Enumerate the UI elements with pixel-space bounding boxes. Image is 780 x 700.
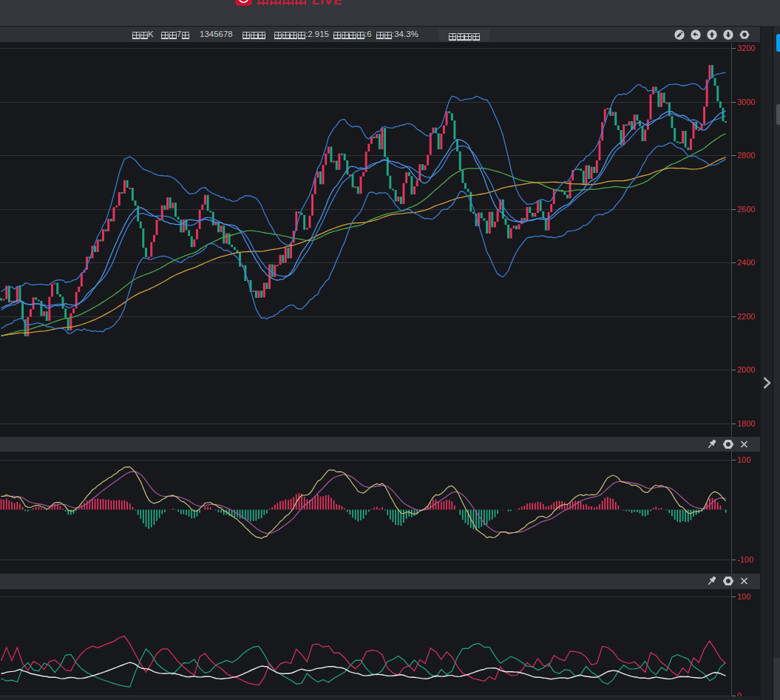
svg-text:3000: 3000 <box>737 98 755 106</box>
svg-text:3200: 3200 <box>737 44 755 52</box>
svg-text:2200: 2200 <box>737 312 755 321</box>
svg-text:100: 100 <box>737 455 750 464</box>
svg-text:2400: 2400 <box>737 258 755 267</box>
svg-text:2000: 2000 <box>737 365 755 374</box>
svg-text:-100: -100 <box>737 555 753 564</box>
svg-text:2600: 2600 <box>737 205 755 214</box>
svg-text:1800: 1800 <box>737 419 755 428</box>
svg-text:2800: 2800 <box>737 151 755 160</box>
svg-text:100: 100 <box>737 592 750 601</box>
